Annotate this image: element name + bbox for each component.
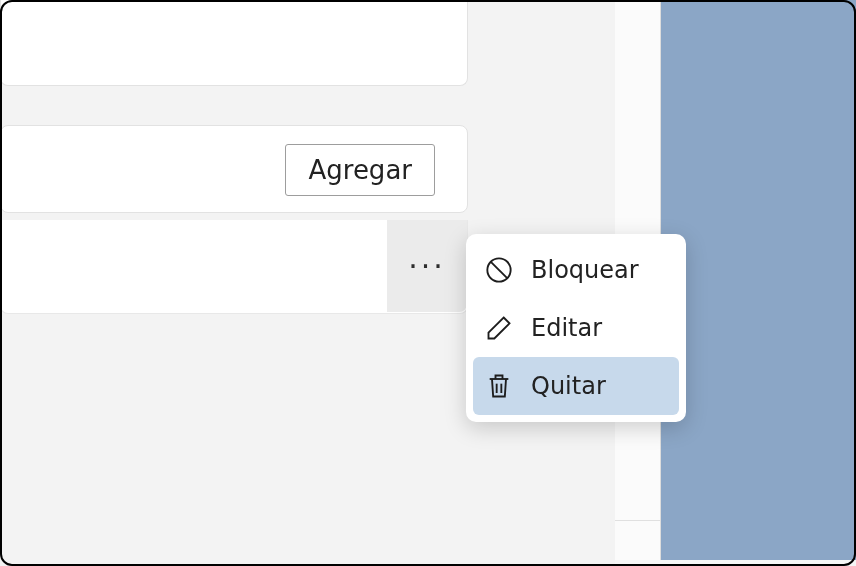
panel-section-top bbox=[0, 0, 468, 86]
add-button-label: Agregar bbox=[308, 155, 412, 185]
more-icon: ··· bbox=[408, 249, 446, 284]
list-item: ··· bbox=[0, 220, 468, 314]
pencil-icon bbox=[485, 314, 513, 342]
add-item-row: Agregar bbox=[0, 125, 468, 213]
svg-line-1 bbox=[491, 262, 507, 278]
add-button[interactable]: Agregar bbox=[285, 144, 435, 196]
menu-item-label: Bloquear bbox=[531, 256, 639, 284]
context-menu: Bloquear Editar Quitar bbox=[466, 234, 686, 422]
menu-item-label: Editar bbox=[531, 314, 602, 342]
trash-icon bbox=[485, 372, 513, 400]
app-viewport: Agregar ··· Bloquear Editar bbox=[0, 0, 856, 566]
menu-item-label: Quitar bbox=[531, 372, 606, 400]
menu-item-block[interactable]: Bloquear bbox=[473, 241, 679, 299]
more-options-button[interactable]: ··· bbox=[387, 220, 467, 312]
menu-item-remove[interactable]: Quitar bbox=[473, 357, 679, 415]
menu-item-edit[interactable]: Editar bbox=[473, 299, 679, 357]
block-icon bbox=[485, 256, 513, 284]
